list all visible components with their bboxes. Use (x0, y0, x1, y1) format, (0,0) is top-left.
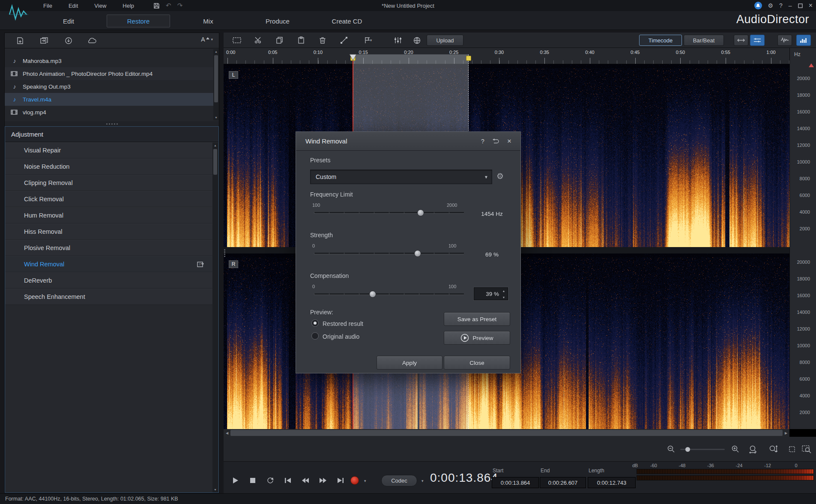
scroll-up-icon[interactable]: ▲ (212, 143, 218, 148)
zoom-horizontal-icon[interactable] (747, 444, 760, 455)
menu-help[interactable]: Help (114, 0, 142, 11)
adjustment-item-wind-removal[interactable]: Wind Removal ? (5, 256, 212, 272)
dialog-close-icon[interactable]: × (504, 137, 514, 146)
restored-result-radio[interactable] (311, 319, 319, 327)
trim-icon[interactable] (338, 35, 350, 45)
spin-down-icon[interactable]: ▼ (502, 296, 505, 299)
adjustment-item-noise-reduction[interactable]: Noise Reduction (5, 158, 212, 175)
horizontal-scrollbar[interactable]: ◀ ▶ (224, 429, 789, 437)
panel-splitter-handle[interactable] (5, 121, 219, 126)
adjustment-item-clipping-removal[interactable]: Clipping Removal (5, 175, 212, 191)
dialog-help-icon[interactable]: ? (478, 137, 488, 146)
original-audio-radio[interactable] (311, 332, 319, 340)
play-button[interactable] (230, 475, 241, 486)
adjustment-item-hum-removal[interactable]: Hum Removal (5, 207, 212, 224)
previous-button[interactable] (282, 475, 293, 486)
zoom-vertical-icon[interactable] (767, 444, 780, 455)
import-media-icon[interactable] (15, 36, 26, 45)
menu-edit[interactable]: Edit (60, 0, 86, 11)
tab-produce[interactable]: Produce (257, 15, 298, 27)
preview-button[interactable]: Preview (444, 331, 510, 345)
selection-end-marker[interactable] (466, 56, 471, 61)
close-icon[interactable]: × (809, 2, 813, 9)
stop-button[interactable] (247, 475, 258, 486)
save-icon[interactable] (153, 3, 160, 9)
scroll-down-icon[interactable]: ▼ (213, 115, 219, 120)
zoom-slider[interactable] (680, 449, 725, 450)
zoom-out-icon[interactable] (665, 444, 678, 455)
scroll-down-icon[interactable]: ▼ (212, 487, 218, 492)
strength-slider-handle[interactable] (414, 250, 421, 257)
tab-restore[interactable]: Restore (107, 15, 170, 27)
codec-caret-icon[interactable]: ▾ (421, 479, 424, 483)
scroll-right-icon[interactable]: ▶ (783, 429, 789, 437)
timeline-ruler[interactable]: 0:000:050:100:150:200:250:300:350:400:45… (224, 48, 789, 64)
bar-beat-button[interactable]: Bar/Beat (684, 35, 724, 46)
cloud-icon[interactable] (86, 36, 97, 45)
spectral-view-button[interactable] (796, 35, 811, 46)
sort-button[interactable]: A ▾ (201, 36, 213, 43)
close-button[interactable]: Close (444, 356, 510, 370)
help-icon[interactable]: ? (779, 2, 783, 9)
zoom-slider-handle[interactable] (685, 447, 690, 452)
compensation-spinbox[interactable]: 39 % ▲▼ (474, 287, 508, 300)
frequency-limit-slider[interactable] (314, 209, 464, 216)
start-time-field[interactable]: 0:00:13.864 (492, 477, 539, 488)
compensation-slider[interactable] (314, 291, 464, 298)
fit-selection-icon[interactable] (786, 444, 798, 455)
slider-track[interactable] (314, 253, 464, 254)
tab-edit[interactable]: Edit (51, 15, 86, 27)
slider-track[interactable] (314, 212, 464, 214)
dual-view-button[interactable] (750, 35, 765, 46)
file-row-selected[interactable]: ♪ Travel.m4a (5, 93, 219, 106)
save-as-preset-button[interactable]: Save as Preset (444, 312, 510, 326)
end-time-field[interactable]: 0:00:26.607 (540, 477, 586, 488)
file-row[interactable]: vlog.mp4 (5, 106, 219, 119)
tab-mix[interactable]: Mix (191, 15, 225, 27)
channel-splitter-handle[interactable] (224, 249, 225, 257)
maximize-icon[interactable] (798, 3, 803, 8)
scrollbar-thumb[interactable] (230, 430, 783, 436)
codec-button[interactable]: Codec (381, 475, 417, 486)
adjust-levels-icon[interactable] (392, 35, 404, 45)
fast-forward-button[interactable] (317, 475, 329, 486)
zoom-region-icon[interactable] (800, 444, 813, 455)
dialog-reset-icon[interactable] (490, 137, 501, 146)
paste-icon[interactable] (295, 35, 308, 45)
settings-gear-icon[interactable]: ⚙ (768, 2, 774, 9)
copy-icon[interactable] (273, 35, 286, 45)
upload-button[interactable]: Upload (427, 35, 463, 46)
file-row[interactable]: ♪ Mahoroba.mp3 (5, 54, 219, 67)
batch-import-icon[interactable] (39, 36, 50, 45)
adjustment-item-speech-enhancement[interactable]: Speech Enhancement (5, 289, 212, 305)
adjustment-item-hiss-removal[interactable]: Hiss Removal (5, 224, 212, 240)
learn-more-icon[interactable]: ? (197, 261, 205, 268)
waveform-view-button[interactable] (777, 35, 792, 46)
adjustment-item-plosive-removal[interactable]: Plosive Removal (5, 240, 212, 256)
marker-icon[interactable]: ▾ (359, 35, 377, 45)
compensation-slider-handle[interactable] (369, 291, 376, 298)
playhead-marker-icon[interactable] (349, 54, 357, 61)
preset-gear-icon[interactable]: ⚙ (496, 171, 504, 181)
loop-button[interactable] (265, 475, 276, 486)
spin-up-icon[interactable]: ▲ (502, 289, 505, 292)
file-row[interactable]: ♪ Speaking Out.mp3 (5, 80, 219, 93)
menu-file[interactable]: File (35, 0, 60, 11)
timecode-button[interactable]: Timecode (639, 35, 682, 46)
language-icon[interactable] (410, 35, 423, 45)
record-options-caret-icon[interactable]: ▾ (364, 479, 366, 483)
split-icon[interactable] (252, 35, 265, 45)
frequency-zoom-marker-icon[interactable] (809, 63, 814, 67)
record-button[interactable] (350, 476, 359, 485)
minimize-icon[interactable]: – (789, 2, 792, 9)
zoom-in-icon[interactable] (729, 444, 742, 455)
rewind-button[interactable] (300, 475, 311, 486)
scroll-left-icon[interactable]: ◀ (224, 429, 230, 437)
redo-icon[interactable]: ↷ (177, 2, 183, 9)
next-button[interactable] (335, 475, 346, 486)
file-row[interactable]: Photo Animation _ PhotoDirector Photo Ed… (5, 67, 219, 80)
apply-button[interactable]: Apply (377, 356, 442, 370)
presets-dropdown[interactable]: Custom ▼ (310, 170, 492, 184)
adjustment-item-visual-repair[interactable]: Visual Repair (5, 142, 212, 158)
scroll-up-icon[interactable]: ▲ (213, 49, 219, 54)
